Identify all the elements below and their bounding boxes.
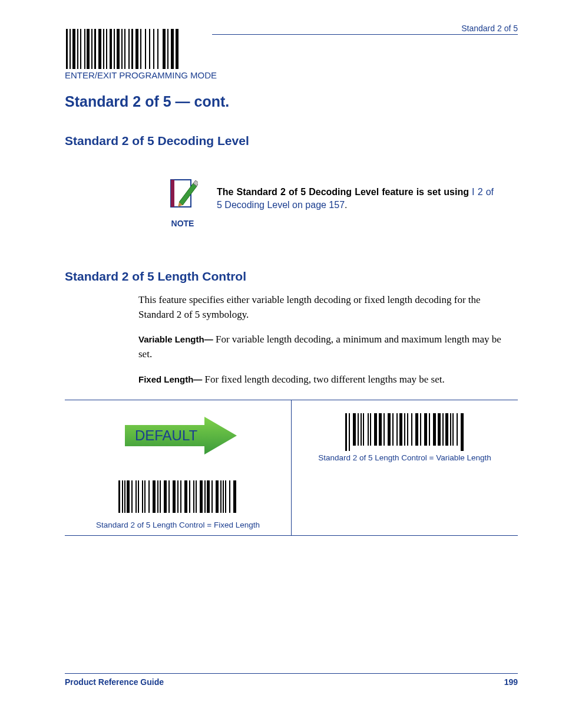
svg-rect-79 bbox=[153, 480, 156, 513]
svg-rect-12 bbox=[110, 29, 112, 69]
svg-rect-94 bbox=[211, 480, 213, 513]
svg-rect-3 bbox=[77, 29, 78, 69]
svg-rect-25 bbox=[163, 29, 166, 69]
svg-rect-70 bbox=[122, 480, 123, 513]
svg-rect-99 bbox=[229, 480, 230, 513]
svg-rect-55 bbox=[420, 413, 421, 446]
svg-rect-85 bbox=[177, 480, 178, 513]
svg-rect-87 bbox=[184, 480, 187, 513]
section-length-control-heading: Standard 2 of 5 Length Control bbox=[65, 269, 518, 284]
svg-rect-97 bbox=[223, 480, 224, 513]
note-bold-text: The Standard 2 of 5 Decoding Level featu… bbox=[217, 187, 472, 197]
svg-rect-88 bbox=[189, 480, 190, 513]
svg-rect-11 bbox=[106, 29, 107, 69]
svg-rect-68 bbox=[461, 446, 464, 451]
svg-rect-40 bbox=[361, 413, 362, 446]
note-icon bbox=[167, 177, 198, 212]
svg-rect-27 bbox=[171, 29, 174, 69]
svg-rect-18 bbox=[131, 29, 133, 69]
length-control-body: This feature specifies either variable l… bbox=[138, 293, 515, 387]
svg-rect-77 bbox=[144, 480, 146, 513]
enter-exit-barcode-block: ENTER/EXIT PROGRAMMING MODE bbox=[65, 29, 518, 80]
svg-rect-56 bbox=[424, 413, 427, 446]
svg-rect-95 bbox=[216, 480, 219, 513]
svg-rect-7 bbox=[91, 29, 92, 69]
svg-rect-84 bbox=[173, 480, 176, 513]
svg-rect-78 bbox=[148, 480, 150, 513]
fixed-length-caption: Standard 2 of 5 Length Control = Fixed L… bbox=[70, 521, 286, 529]
svg-rect-42 bbox=[368, 413, 369, 446]
note-block: NOTE The Standard 2 of 5 Decoding Level … bbox=[165, 177, 518, 228]
svg-rect-37 bbox=[349, 413, 350, 446]
svg-rect-50 bbox=[399, 413, 402, 446]
svg-rect-26 bbox=[167, 29, 168, 69]
svg-rect-48 bbox=[392, 413, 394, 446]
svg-rect-83 bbox=[168, 480, 170, 513]
svg-rect-86 bbox=[180, 480, 181, 513]
svg-rect-19 bbox=[135, 29, 138, 69]
variable-length-label: Variable Length— bbox=[138, 334, 213, 344]
svg-rect-57 bbox=[429, 413, 430, 446]
svg-rect-73 bbox=[131, 480, 133, 513]
fixed-length-text: For fixed length decoding, two different… bbox=[202, 374, 444, 385]
note-tail: . bbox=[345, 200, 347, 210]
svg-rect-80 bbox=[157, 480, 158, 513]
svg-rect-72 bbox=[127, 480, 130, 513]
svg-rect-90 bbox=[196, 480, 197, 513]
svg-rect-9 bbox=[98, 29, 101, 69]
svg-rect-51 bbox=[404, 413, 405, 446]
svg-rect-64 bbox=[457, 413, 458, 446]
svg-rect-82 bbox=[164, 480, 167, 513]
svg-rect-38 bbox=[353, 413, 356, 446]
svg-rect-60 bbox=[442, 413, 444, 446]
svg-rect-39 bbox=[358, 413, 359, 446]
svg-rect-8 bbox=[94, 29, 96, 69]
svg-rect-20 bbox=[140, 29, 141, 69]
barcode-icon bbox=[343, 412, 467, 452]
svg-rect-63 bbox=[452, 413, 454, 446]
fixed-length-label: Fixed Length— bbox=[138, 374, 202, 384]
svg-rect-21 bbox=[145, 29, 146, 69]
svg-rect-5 bbox=[84, 29, 85, 69]
svg-rect-22 bbox=[149, 29, 150, 69]
svg-rect-53 bbox=[411, 413, 412, 446]
svg-rect-14 bbox=[117, 29, 120, 69]
svg-rect-66 bbox=[345, 446, 347, 451]
default-cell: DEFAULT bbox=[65, 400, 292, 468]
svg-rect-10 bbox=[103, 29, 104, 69]
svg-rect-93 bbox=[207, 480, 210, 513]
svg-rect-62 bbox=[450, 413, 451, 446]
svg-rect-44 bbox=[374, 413, 377, 446]
svg-rect-52 bbox=[407, 413, 408, 446]
section-decoding-level-heading: Standard 2 of 5 Decoding Level bbox=[65, 134, 518, 148]
svg-rect-4 bbox=[80, 29, 81, 69]
options-table: DEFAULT bbox=[65, 400, 518, 536]
svg-rect-81 bbox=[160, 480, 161, 513]
svg-rect-91 bbox=[200, 480, 203, 513]
svg-rect-15 bbox=[121, 29, 123, 69]
fixed-length-cell: Standard 2 of 5 Length Control = Fixed L… bbox=[65, 468, 292, 536]
svg-rect-65 bbox=[461, 413, 464, 446]
empty-cell bbox=[292, 468, 518, 536]
page-title: Standard 2 of 5 — cont. bbox=[65, 93, 518, 110]
note-text: The Standard 2 of 5 Decoding Level featu… bbox=[217, 177, 494, 211]
svg-rect-75 bbox=[138, 480, 139, 513]
svg-rect-92 bbox=[204, 480, 206, 513]
svg-rect-28 bbox=[176, 29, 178, 69]
svg-rect-96 bbox=[220, 480, 222, 513]
svg-rect-61 bbox=[445, 413, 448, 446]
default-arrow-text: DEFAULT bbox=[135, 427, 198, 443]
svg-rect-43 bbox=[370, 413, 371, 446]
barcode-icon bbox=[65, 29, 180, 69]
svg-rect-89 bbox=[193, 480, 194, 513]
svg-rect-71 bbox=[124, 480, 125, 513]
page-number: 199 bbox=[504, 677, 518, 687]
svg-rect-67 bbox=[349, 446, 350, 451]
svg-rect-0 bbox=[66, 29, 68, 69]
svg-rect-30 bbox=[171, 180, 174, 207]
default-arrow-icon: DEFAULT bbox=[116, 414, 240, 457]
svg-rect-13 bbox=[114, 29, 115, 69]
page-footer: Product Reference Guide 199 bbox=[65, 673, 518, 687]
svg-rect-58 bbox=[433, 413, 436, 446]
svg-rect-59 bbox=[438, 413, 441, 446]
